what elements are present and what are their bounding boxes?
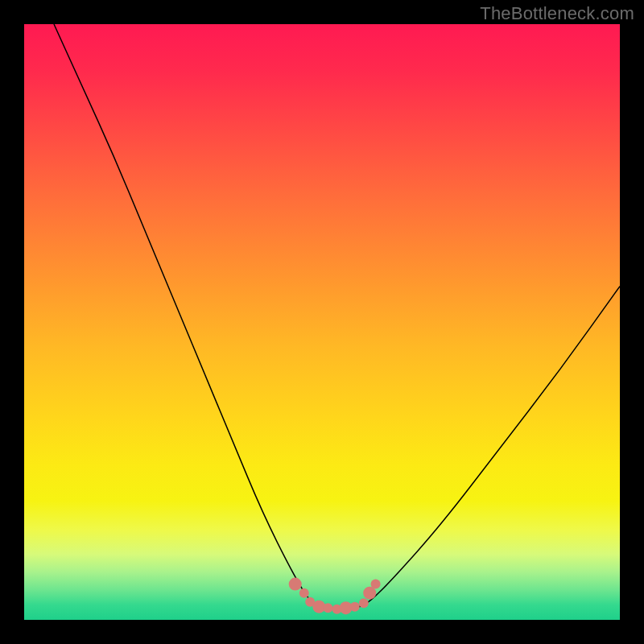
chart-frame: TheBottleneck.com bbox=[0, 0, 644, 644]
bottleneck-curve bbox=[54, 24, 620, 608]
optimal-dot bbox=[299, 588, 309, 598]
curve-path bbox=[54, 24, 620, 608]
optimal-dot bbox=[323, 603, 332, 613]
optimal-dot bbox=[359, 598, 369, 608]
curve-layer bbox=[24, 24, 620, 620]
optimal-dot bbox=[371, 580, 381, 589]
watermark-text: TheBottleneck.com bbox=[480, 3, 634, 24]
optimal-dot bbox=[350, 602, 360, 612]
optimal-dot bbox=[289, 578, 302, 591]
plot-area bbox=[24, 24, 620, 620]
optimal-dots bbox=[289, 578, 381, 615]
